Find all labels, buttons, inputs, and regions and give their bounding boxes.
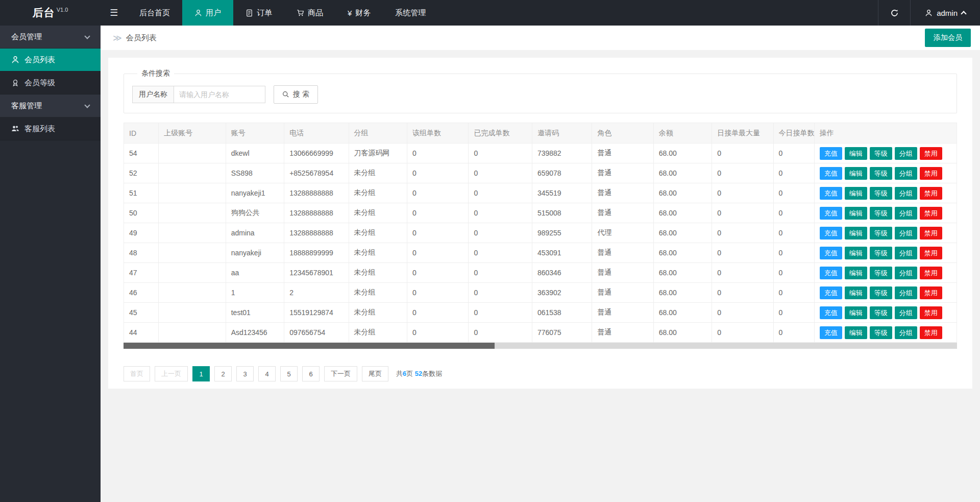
- level-button[interactable]: 等级: [870, 286, 892, 299]
- group-button[interactable]: 分组: [895, 207, 917, 220]
- table-row: 50狗狗公共13288888888未分组00515008普通68.0000充值编…: [124, 203, 957, 223]
- cell-today-orders: 0: [773, 144, 814, 163]
- group-button[interactable]: 分组: [895, 227, 917, 240]
- scrollbar-thumb[interactable]: [124, 343, 495, 349]
- recharge-button[interactable]: 充值: [820, 147, 842, 160]
- group-button[interactable]: 分组: [895, 247, 917, 259]
- app-logo: 后台 V1.0: [0, 0, 101, 26]
- cell-account: dkewl: [226, 144, 284, 163]
- nav-item-5[interactable]: ¥财务: [335, 0, 383, 26]
- level-button[interactable]: 等级: [870, 326, 892, 339]
- disable-button[interactable]: 禁用: [920, 167, 942, 180]
- nav-item-label: 后台首页: [139, 8, 170, 18]
- disable-button[interactable]: 禁用: [920, 286, 942, 299]
- cell-invite-code: 345519: [532, 183, 592, 203]
- recharge-button[interactable]: 充值: [820, 207, 842, 220]
- page-button-尾页[interactable]: 尾页: [362, 366, 388, 381]
- chevron-down-icon: [84, 33, 90, 39]
- edit-button[interactable]: 编辑: [845, 207, 867, 220]
- cell-group: 未分组: [349, 243, 407, 263]
- cell-role: 普通: [592, 303, 653, 323]
- cell-completed-orders: 0: [469, 303, 532, 323]
- group-button[interactable]: 分组: [895, 167, 917, 180]
- cell-group-orders: 0: [407, 263, 468, 283]
- group-button[interactable]: 分组: [895, 286, 917, 299]
- group-button[interactable]: 分组: [895, 326, 917, 339]
- cell-actions: 充值编辑等级分组禁用: [814, 223, 957, 243]
- level-button[interactable]: 等级: [870, 207, 892, 220]
- edit-button[interactable]: 编辑: [845, 227, 867, 240]
- edit-button[interactable]: 编辑: [845, 147, 867, 160]
- sidebar-item-2-1[interactable]: 客服列表: [0, 117, 101, 140]
- page-button-2[interactable]: 2: [214, 366, 232, 381]
- sidebar-item-1-2[interactable]: 会员等级: [0, 71, 101, 94]
- recharge-button[interactable]: 充值: [820, 247, 842, 259]
- level-button[interactable]: 等级: [870, 187, 892, 200]
- group-button[interactable]: 分组: [895, 267, 917, 279]
- page-button-1[interactable]: 1: [192, 366, 210, 381]
- cell-today-orders: 0: [773, 163, 814, 183]
- edit-button[interactable]: 编辑: [845, 286, 867, 299]
- cell-parent-account: [159, 243, 226, 263]
- edit-button[interactable]: 编辑: [845, 247, 867, 259]
- username-input[interactable]: [174, 86, 265, 103]
- level-button[interactable]: 等级: [870, 147, 892, 160]
- group-button[interactable]: 分组: [895, 147, 917, 160]
- refresh-button[interactable]: [878, 0, 911, 26]
- level-button[interactable]: 等级: [870, 247, 892, 259]
- page-button-下一页[interactable]: 下一页: [324, 366, 357, 381]
- recharge-button[interactable]: 充值: [820, 267, 842, 279]
- recharge-button[interactable]: 充值: [820, 306, 842, 319]
- edit-button[interactable]: 编辑: [845, 326, 867, 339]
- recharge-button[interactable]: 充值: [820, 187, 842, 200]
- page-button-首页[interactable]: 首页: [124, 366, 150, 381]
- sidebar-item-1-1[interactable]: 会员列表: [0, 49, 101, 71]
- nav-item-2[interactable]: 用户: [182, 0, 233, 26]
- disable-button[interactable]: 禁用: [920, 306, 942, 319]
- recharge-button[interactable]: 充值: [820, 227, 842, 240]
- level-button[interactable]: 等级: [870, 267, 892, 279]
- edit-button[interactable]: 编辑: [845, 167, 867, 180]
- content: 条件搜索 用户名称 搜 索: [101, 50, 980, 502]
- cell-role: 普通: [592, 243, 653, 263]
- recharge-button[interactable]: 充值: [820, 286, 842, 299]
- cell-balance: 68.00: [653, 203, 712, 223]
- disable-button[interactable]: 禁用: [920, 326, 942, 339]
- level-button[interactable]: 等级: [870, 167, 892, 180]
- group-button[interactable]: 分组: [895, 187, 917, 200]
- edit-button[interactable]: 编辑: [845, 267, 867, 279]
- recharge-button[interactable]: 充值: [820, 326, 842, 339]
- user-menu[interactable]: admin: [911, 0, 980, 26]
- nav-item-3[interactable]: 订单: [233, 0, 284, 26]
- disable-button[interactable]: 禁用: [920, 247, 942, 259]
- level-button[interactable]: 等级: [870, 306, 892, 319]
- page-button-4[interactable]: 4: [258, 366, 276, 381]
- sidebar-group-1[interactable]: 会员管理: [0, 26, 101, 49]
- level-button[interactable]: 等级: [870, 227, 892, 240]
- disable-button[interactable]: 禁用: [920, 227, 942, 240]
- search-button[interactable]: 搜 索: [274, 85, 318, 104]
- page-button-5[interactable]: 5: [280, 366, 298, 381]
- nav-item-4[interactable]: 商品: [284, 0, 335, 26]
- cell-group-orders: 0: [407, 163, 468, 183]
- sidebar-group-2[interactable]: 客服管理: [0, 94, 101, 117]
- page-button-6[interactable]: 6: [302, 366, 320, 381]
- cell-actions: 充值编辑等级分组禁用: [814, 163, 957, 183]
- disable-button[interactable]: 禁用: [920, 267, 942, 279]
- disable-button[interactable]: 禁用: [920, 187, 942, 200]
- cell-today-orders: 0: [773, 203, 814, 223]
- menu-toggle-icon[interactable]: ☰: [101, 0, 127, 26]
- column-header: 该组单数: [407, 123, 468, 144]
- group-button[interactable]: 分组: [895, 306, 917, 319]
- recharge-button[interactable]: 充值: [820, 167, 842, 180]
- disable-button[interactable]: 禁用: [920, 207, 942, 220]
- nav-item-6[interactable]: 系统管理: [383, 0, 438, 26]
- nav-item-1[interactable]: 后台首页: [127, 0, 182, 26]
- disable-button[interactable]: 禁用: [920, 147, 942, 160]
- edit-button[interactable]: 编辑: [845, 187, 867, 200]
- edit-button[interactable]: 编辑: [845, 306, 867, 319]
- page-button-上一页[interactable]: 上一页: [155, 366, 188, 381]
- page-button-3[interactable]: 3: [236, 366, 254, 381]
- cell-daily-max: 0: [712, 163, 773, 183]
- add-member-button[interactable]: 添加会员: [925, 29, 971, 47]
